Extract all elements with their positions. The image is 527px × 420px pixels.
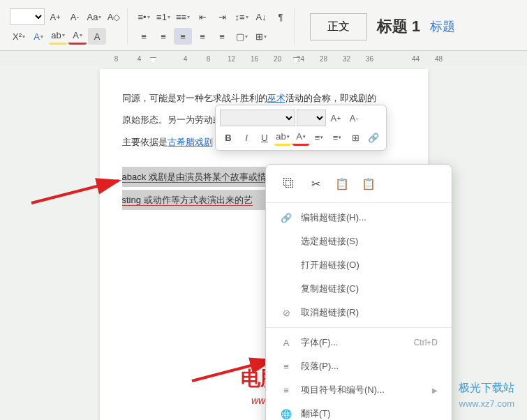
highlight-color-button[interactable]: ab▾ [49,28,67,45]
style-body[interactable]: 正文 [310,13,367,40]
ruler-tick: 8 [105,55,128,63]
mini-underline-button[interactable]: U [256,129,273,146]
menu-separator [266,202,452,203]
styles-group: 正文 标题 1 标题 [297,13,459,40]
mini-highlight-button[interactable]: ab▾ [274,129,291,146]
mini-bold-button[interactable]: B [220,129,237,146]
char-shading-button[interactable]: A [88,28,106,45]
ruler-tick: 20 [266,55,289,63]
ruler-tick: 36 [358,55,381,63]
menu-select-hyperlink[interactable]: 选定超链接(S) [266,230,452,253]
align-distribute-button[interactable]: ≡ [213,28,231,45]
menu-bullets-numbering[interactable]: ≡ 项目符号和编号(N)... ▶ [266,378,452,402]
link-icon: 🔗 [280,213,292,223]
mini-font-select[interactable] [220,110,295,126]
paragraph-icon: ≡ [280,361,292,372]
menu-open-hyperlink[interactable]: 打开超链接(O) [266,253,452,277]
numbering-button[interactable]: ≡1▾ [154,8,172,25]
list-icon: ≡ [280,385,292,396]
ruler-tick: 4 [174,55,197,63]
menu-paragraph[interactable]: ≡ 段落(P)... [266,354,452,378]
translate-icon: 🌐 [280,409,292,419]
mini-table-button[interactable]: ⊞ [347,129,364,146]
align-justify-button[interactable]: ≡ [193,28,211,45]
mini-font-increase[interactable]: A+ [327,110,344,126]
copy-icon[interactable]: ⿻ [280,174,298,193]
indent-dec-button[interactable]: ⇤ [193,8,211,25]
multilevel-button[interactable]: ≡≡▾ [174,8,192,25]
font-decrease-button[interactable]: A- [66,8,84,25]
font-group: A+ A- Aa▾ A◇ X²▾ A▾ ab▾ A▾ A [6,8,128,45]
ribbon: A+ A- Aa▾ A◇ X²▾ A▾ ab▾ A▾ A ≡•▾ ≡1▾ ≡≡▾… [0,0,527,51]
mini-italic-button[interactable]: I [238,129,255,146]
menu-font[interactable]: A 字体(F)... Ctrl+D [266,331,452,354]
paste-icon[interactable]: 📋 [333,174,351,193]
submenu-arrow-icon: ▶ [432,387,438,394]
hyperlink-wushu[interactable]: 巫术 [267,93,285,103]
change-case-button[interactable]: Aa▾ [85,8,103,25]
align-left-button[interactable]: ≡ [135,28,153,45]
ruler-tick: 44 [404,55,427,63]
ruler-tick: 48 [427,55,450,63]
ruler-tick: 28 [312,55,335,63]
ruler-indent-left[interactable] [150,57,156,63]
font-icon: A [280,338,292,348]
text-effect-button[interactable]: A▾ [29,28,47,45]
text-run: 主要依据是 [122,137,168,147]
ruler-tick: 4 [128,55,151,63]
mini-link-button[interactable]: 🔗 [365,129,382,146]
ruler-tick: 12 [220,55,243,63]
mini-size-select[interactable] [297,110,326,126]
menu-copy-hyperlink[interactable]: 复制超链接(C) [266,277,452,301]
show-marks-button[interactable]: ¶ [272,8,290,25]
align-center-button[interactable]: ≡ [154,28,172,45]
superscript-button[interactable]: X²▾ [10,28,28,45]
menu-separator [266,327,452,328]
ruler-tick: 8 [197,55,220,63]
menu-translate[interactable]: 🌐 翻译(T) [266,402,452,420]
font-increase-button[interactable]: A+ [46,8,64,25]
menu-edit-hyperlink[interactable]: 🔗 编辑超链接(H)... [266,206,452,230]
font-color-button[interactable]: A▾ [68,28,87,45]
paste-special-icon[interactable]: 📋 [359,174,378,193]
horizontal-ruler[interactable]: 8 4 4 8 12 16 20 24 28 32 36 44 48 [0,51,527,66]
shading-button[interactable]: ▢▾ [232,28,251,45]
bullets-button[interactable]: ≡•▾ [135,8,153,25]
mini-toolbar: A+ A- B I U ab▾ A▾ ≡▾ ≡▾ ⊞ 🔗 [215,105,387,151]
mini-font-decrease[interactable]: A- [346,110,362,126]
paragraph-group: ≡•▾ ≡1▾ ≡≡▾ ⇤ ⇥ ↕≡▾ A↓ ¶ ≡ ≡ ≡ ≡ ≡ ▢▾ ⊞▾ [131,8,295,45]
style-heading1[interactable]: 标题 1 [377,16,420,37]
clear-format-button[interactable]: A◇ [105,8,123,25]
text-selection: sting 或动作等方式表演出来的艺 [122,195,253,206]
ruler-tick: 16 [243,55,266,63]
style-heading[interactable]: 标题 [430,18,455,35]
mini-bullets-button[interactable]: ≡▾ [311,129,327,146]
borders-button[interactable]: ⊞▾ [252,28,270,45]
line-spacing-button[interactable]: ↕≡▾ [232,8,251,25]
text-run: 活动的合称，即戏剧的 [285,93,376,103]
ruler-tick: 24 [289,55,312,63]
text-run: 同源，可能是对一种乞求战斗胜利的 [122,93,267,103]
indent-inc-button[interactable]: ⇥ [213,8,231,25]
context-menu: ⿻ ✂ 📋 📋 🔗 编辑超链接(H)... 选定超链接(S) 打开超链接(O) … [265,164,452,420]
mini-numbering-button[interactable]: ≡▾ [329,129,346,146]
font-name-select[interactable] [10,8,45,25]
hyperlink-greek-drama[interactable]: 古希腊戏剧 [168,137,213,147]
watermark-site2: 极光下载站 [459,381,514,396]
sort-button[interactable]: A↓ [252,8,270,25]
watermark-site2-url: www.xz7.com [459,398,514,409]
mini-fontcolor-button[interactable]: A▾ [292,129,309,146]
align-right-button[interactable]: ≡ [174,28,192,45]
menu-remove-hyperlink[interactable]: ⊘ 取消超链接(R) [266,301,452,324]
cut-icon[interactable]: ✂ [306,174,325,193]
ruler-tick: 32 [335,55,358,63]
unlink-icon: ⊘ [280,308,292,318]
